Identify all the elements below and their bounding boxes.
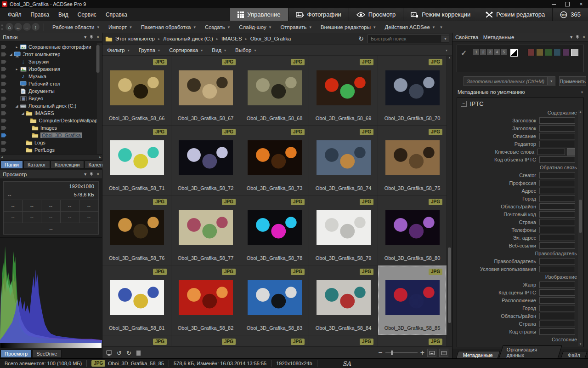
thumbnail-image[interactable] bbox=[179, 280, 233, 315]
thumbnail-cell-oboi_3d_grafika_58_68[interactable]: JPGOboi_3D_Grafika_58_68 bbox=[240, 56, 309, 126]
thumbnail-image[interactable] bbox=[317, 280, 371, 315]
thumbnail-image[interactable] bbox=[179, 140, 233, 175]
tree-horizontal-scrollbar[interactable]: ◂▸ bbox=[0, 154, 102, 160]
back-button[interactable]: ← bbox=[14, 23, 22, 31]
thumbnail-cell-partial[interactable]: JPG bbox=[102, 335, 171, 346]
tree-item--[interactable]: ◢Этот компьютер bbox=[0, 51, 102, 58]
iptc-field-input[interactable] bbox=[539, 297, 575, 304]
thumbnail-cell-oboi_3d_grafika_58_75[interactable]: JPGOboi_3D_Grafika_58_75 bbox=[378, 126, 447, 196]
iptc-field-input[interactable] bbox=[539, 172, 575, 178]
color-label-swatch-3[interactable] bbox=[554, 49, 561, 56]
thumbnail-image[interactable] bbox=[179, 70, 233, 105]
thumbnail-image[interactable] bbox=[248, 70, 302, 105]
easy-select-icon[interactable] bbox=[1, 82, 6, 86]
thumbnail-cell-oboi_3d_grafika_58_72[interactable]: JPGOboi_3D_Grafika_58_72 bbox=[171, 126, 240, 196]
thumbnail-image[interactable] bbox=[110, 140, 164, 175]
thumbnail-image[interactable] bbox=[248, 210, 302, 245]
forward-button[interactable]: → bbox=[23, 23, 31, 31]
preview-pin-icon[interactable] bbox=[90, 172, 93, 177]
thumbnail-image[interactable] bbox=[110, 210, 164, 245]
apply-button[interactable]: Применить bbox=[559, 76, 586, 86]
iptc-field-input[interactable] bbox=[539, 227, 575, 233]
collapse-icon[interactable]: − bbox=[461, 101, 467, 107]
thumbnail-image[interactable] bbox=[385, 70, 440, 105]
zoom-in-icon[interactable]: + bbox=[420, 349, 424, 357]
thumbnail-image[interactable] bbox=[110, 70, 164, 105]
ellipsis-button[interactable]: … bbox=[567, 148, 575, 155]
search-input[interactable] bbox=[368, 36, 441, 41]
iptc-field-input[interactable] bbox=[539, 242, 575, 249]
mode-tab-view[interactable]: Просмотр bbox=[349, 8, 403, 21]
easy-select-icon[interactable] bbox=[1, 119, 6, 123]
mode-tab-edit[interactable]: Режим редактора bbox=[478, 8, 552, 21]
toolbar-button-4[interactable]: Слайд-шоу▾ bbox=[234, 23, 276, 31]
easy-select-icon[interactable] bbox=[1, 97, 6, 101]
toolbar-button-6[interactable]: Внешние редакторы▾ bbox=[316, 23, 380, 31]
tree-item--[interactable]: Рабочий стол bbox=[0, 80, 102, 87]
thumbnail-cell-oboi_3d_grafika_58_80[interactable]: JPGOboi_3D_Grafika_58_80 bbox=[378, 196, 447, 265]
tag-icon[interactable] bbox=[136, 350, 141, 356]
easy-select-icon[interactable] bbox=[1, 104, 6, 108]
easy-select-icon[interactable] bbox=[1, 133, 6, 138]
tree-item-logs[interactable]: Logs bbox=[0, 139, 102, 146]
preview-tab-0[interactable]: Просмотр bbox=[0, 350, 32, 358]
breadcrumb-item-1[interactable]: Локальный диск (C:) bbox=[163, 36, 213, 41]
easy-select-icon[interactable] bbox=[1, 45, 6, 49]
iptc-field-input[interactable] bbox=[539, 203, 575, 210]
iptc-scrollbar[interactable]: ▴▾ bbox=[578, 110, 583, 346]
iptc-field-input[interactable] bbox=[539, 211, 575, 218]
easy-select-icon[interactable] bbox=[1, 60, 6, 64]
breadcrumb-item-3[interactable]: Oboi_3D_Grafika bbox=[250, 36, 291, 41]
folders-close-icon[interactable]: × bbox=[96, 34, 99, 40]
iptc-field-input[interactable] bbox=[539, 219, 575, 225]
filterbar-overflow-icon[interactable]: ▾ bbox=[446, 48, 447, 52]
iptc-field-input[interactable] bbox=[539, 141, 575, 147]
menu-item-1[interactable]: Правка bbox=[27, 10, 54, 19]
thumbnail-cell-oboi_3d_grafika_58_83[interactable]: JPGOboi_3D_Grafika_58_83 bbox=[240, 265, 309, 335]
tree-expand-icon[interactable]: ▸ bbox=[14, 67, 19, 71]
default-metadata-dropdown-icon[interactable]: ▾ bbox=[581, 90, 583, 94]
properties-tab-0[interactable]: Метаданные bbox=[456, 351, 500, 359]
iptc-field-input[interactable] bbox=[539, 156, 575, 163]
mode-tab-365[interactable]: 365365 bbox=[552, 8, 588, 21]
thumbnail-cell-oboi_3d_grafika_58_74[interactable]: JPGOboi_3D_Grafika_58_74 bbox=[309, 126, 378, 196]
minimize-button[interactable] bbox=[547, 0, 560, 8]
color-label-swatch-2[interactable] bbox=[545, 49, 552, 56]
properties-close-icon[interactable]: × bbox=[582, 34, 585, 40]
toolbar-button-2[interactable]: Пакетная обработка▾ bbox=[136, 23, 200, 31]
filter-item-1[interactable]: Группа▾ bbox=[139, 47, 160, 53]
properties-tab-1[interactable]: Организация данных bbox=[498, 345, 562, 359]
thumbnail-image[interactable] bbox=[110, 280, 164, 315]
thumbnail-image[interactable] bbox=[385, 140, 440, 175]
rating-1[interactable]: 1 bbox=[473, 49, 479, 55]
toolbar-button-3[interactable]: Создать▾ bbox=[200, 23, 234, 31]
thumbnail-cell-partial[interactable]: JPG bbox=[171, 335, 240, 346]
iptc-field-input[interactable] bbox=[539, 328, 575, 335]
preview-dropdown-icon[interactable]: ▾ bbox=[84, 172, 86, 177]
thumbnail-cell-oboi_3d_grafika_58_79[interactable]: JPGOboi_3D_Grafika_58_79 bbox=[309, 196, 378, 265]
easy-select-icon[interactable] bbox=[1, 126, 6, 130]
preview-tab-1[interactable]: SeeDrive bbox=[32, 350, 61, 358]
thumbnail-cell-oboi_3d_grafika_58_70[interactable]: JPGOboi_3D_Grafika_58_70 bbox=[378, 56, 447, 126]
zoom-slider[interactable] bbox=[385, 352, 418, 353]
thumbnail-cell-oboi_3d_grafika_58_82[interactable]: JPGOboi_3D_Grafika_58_82 bbox=[171, 265, 240, 335]
folders-tab-1[interactable]: Каталог bbox=[23, 161, 50, 169]
toolbar-overflow-icon[interactable]: ▾ bbox=[440, 25, 442, 29]
tree-item-computerdesktopwallpapersc[interactable]: ComputerDesktopWallpapersC bbox=[0, 117, 102, 124]
iptc-section-header[interactable]: − IPTC bbox=[457, 98, 583, 109]
thumbnail-cell-oboi_3d_grafika_58_78[interactable]: JPGOboi_3D_Grafika_58_78 bbox=[240, 196, 309, 265]
tree-item--[interactable]: Видео bbox=[0, 95, 102, 102]
tree-item--c-[interactable]: ◢Локальный диск (C:) bbox=[0, 102, 102, 109]
grid-vertical-scrollbar[interactable]: ▴ bbox=[447, 56, 452, 346]
tree-expand-icon[interactable]: ◢ bbox=[20, 111, 25, 115]
tree-item--[interactable]: ▸Сохраненные фотографии bbox=[0, 43, 102, 51]
rotate-left-icon[interactable]: ↺ bbox=[117, 350, 122, 356]
thumbnail-cell-oboi_3d_grafika_58_71[interactable]: JPGOboi_3D_Grafika_58_71 bbox=[102, 126, 171, 196]
properties-pin-icon[interactable] bbox=[576, 35, 579, 40]
tree-item--[interactable]: ♪Музыка bbox=[0, 73, 102, 80]
thumbnail-cell-oboi_3d_grafika_58_77[interactable]: JPGOboi_3D_Grafika_58_77 bbox=[171, 196, 240, 265]
thumbnail-cell-partial[interactable]: JPG bbox=[378, 335, 447, 346]
thumbnail-cell-oboi_3d_grafika_58_76[interactable]: JPGOboi_3D_Grafika_58_76 bbox=[102, 196, 171, 265]
tree-item-images[interactable]: ◢IMAGES bbox=[0, 109, 102, 117]
rating-2[interactable]: 2 bbox=[480, 49, 486, 55]
